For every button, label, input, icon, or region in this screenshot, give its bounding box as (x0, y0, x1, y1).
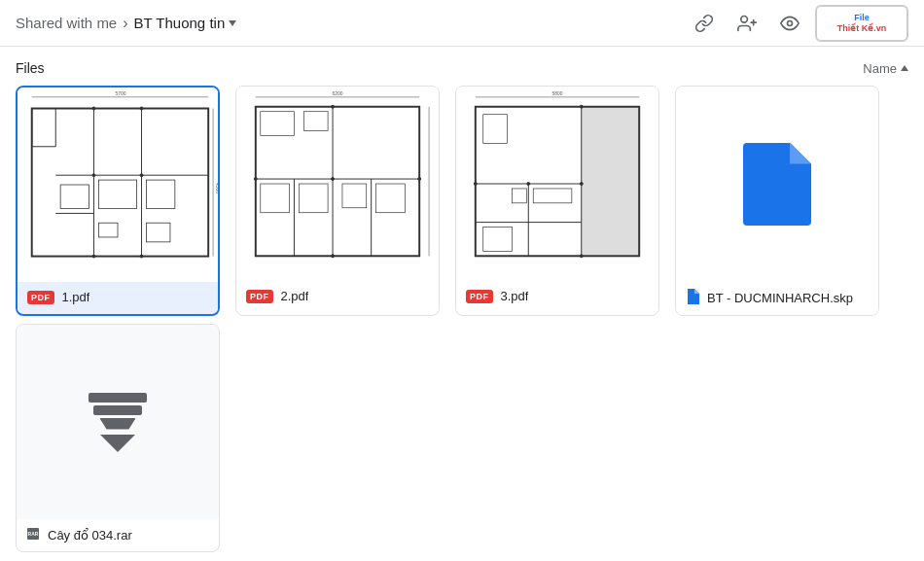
header: Shared with me › BT Thuong tin (0, 0, 924, 47)
file-grid: 5700 4500 PDF 1.pdf (16, 86, 908, 324)
file-card-5[interactable]: RAR Cây đổ 034.rar (16, 324, 220, 552)
breadcrumb-current[interactable]: BT Thuong tin (134, 15, 237, 31)
svg-rect-4 (18, 89, 218, 280)
svg-rect-52 (582, 107, 639, 257)
rar-arrow-icon (100, 435, 135, 452)
svg-point-47 (332, 255, 335, 258)
chevron-down-icon (229, 20, 236, 26)
svg-point-24 (140, 107, 143, 110)
files-label: Files (16, 60, 45, 76)
files-section: Files Name (0, 47, 924, 560)
file-card-1[interactable]: 5700 4500 PDF 1.pdf (16, 86, 220, 316)
file-footer-2: PDF 2.pdf (236, 281, 439, 311)
rar-bar-3 (99, 418, 136, 430)
file-footer-1: PDF 1.pdf (18, 282, 218, 312)
add-person-button[interactable] (729, 6, 764, 41)
rar-bar-2 (93, 405, 142, 415)
file-name-2: 2.pdf (281, 289, 309, 303)
rar-stack-icon (89, 393, 147, 452)
svg-point-61 (580, 255, 583, 258)
file-preview-4 (676, 87, 878, 281)
file-name-1: 1.pdf (62, 290, 90, 304)
skp-icon (743, 143, 811, 226)
svg-point-48 (254, 178, 257, 181)
svg-point-27 (92, 255, 95, 258)
file-footer-3: PDF 3.pdf (456, 281, 658, 311)
pdf-badge-1: PDF (27, 291, 54, 304)
svg-text:4500: 4500 (215, 183, 218, 193)
skp-document-icon (743, 143, 811, 226)
pdf-badge-3: PDF (466, 290, 493, 303)
sort-control[interactable]: Name (863, 61, 908, 76)
file-preview-1: 5700 4500 (18, 88, 218, 282)
svg-point-0 (741, 16, 748, 22)
header-actions: File Thiết Kế.vn (687, 5, 908, 42)
svg-point-60 (580, 183, 583, 186)
svg-point-25 (92, 174, 95, 177)
sort-arrow-icon (901, 65, 908, 71)
file-grid-row2: RAR Cây đổ 034.rar (16, 324, 908, 560)
svg-point-62 (474, 183, 477, 186)
file-preview-5 (17, 325, 219, 519)
file-preview-2: 6200 (236, 87, 439, 281)
floor-plan-svg-2: 6200 (236, 87, 439, 281)
svg-point-28 (140, 255, 143, 258)
svg-point-46 (332, 178, 335, 181)
svg-text:5700: 5700 (115, 91, 125, 96)
link-button[interactable] (687, 6, 722, 41)
breadcrumb: Shared with me › BT Thuong tin (16, 15, 236, 32)
file-name-4: BT - DUCMINHARCH.skp (707, 291, 853, 305)
add-person-icon (737, 14, 757, 33)
eye-icon (780, 14, 800, 33)
skp-badge-4 (686, 289, 699, 307)
files-header: Files Name (16, 47, 908, 86)
file-footer-4: BT - DUCMINHARCH.skp (676, 281, 878, 315)
breadcrumb-root[interactable]: Shared with me (16, 15, 117, 31)
svg-point-59 (580, 105, 583, 108)
svg-text:RAR: RAR (28, 531, 39, 537)
file-preview-3: 5800 (456, 87, 658, 281)
svg-text:6200: 6200 (333, 91, 343, 96)
rar-bar-1 (89, 393, 147, 403)
rar-badge-5: RAR (26, 527, 40, 543)
svg-point-63 (527, 183, 530, 186)
breadcrumb-separator: › (123, 15, 127, 32)
file-name-3: 3.pdf (501, 289, 529, 303)
file-name-5: Cây đổ 034.rar (48, 528, 132, 543)
file-footer-5: RAR Cây đổ 034.rar (17, 519, 219, 551)
svg-point-23 (92, 107, 95, 110)
svg-point-3 (788, 20, 793, 25)
svg-point-45 (332, 105, 335, 108)
link-icon (694, 14, 714, 33)
file-card-4[interactable]: BT - DUCMINHARCH.skp (675, 86, 879, 316)
floor-plan-svg-1: 5700 4500 (18, 88, 218, 282)
sort-label: Name (863, 61, 897, 76)
pdf-badge-2: PDF (246, 290, 273, 303)
svg-point-49 (418, 178, 421, 181)
file-card-2[interactable]: 6200 PDF 2.pdf (235, 86, 440, 316)
logo-badge: File Thiết Kế.vn (815, 5, 908, 42)
svg-text:5800: 5800 (552, 91, 563, 96)
file-card-3[interactable]: 5800 PDF 3.pdf (455, 86, 659, 316)
svg-point-26 (140, 174, 143, 177)
floor-plan-svg-3: 5800 (456, 87, 658, 281)
view-button[interactable] (772, 6, 807, 41)
